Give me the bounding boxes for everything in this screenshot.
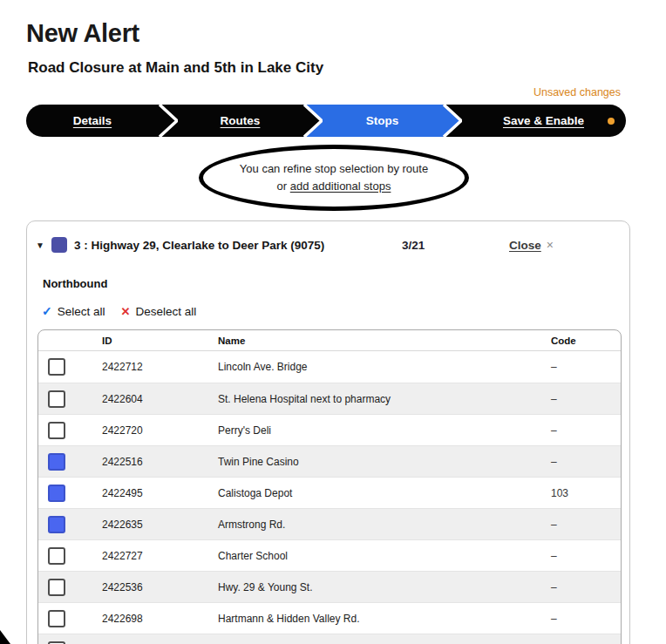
route-card: ▼ 3 : Highway 29, Clearlake to Deer Park… [26, 220, 630, 644]
checkbox-cell [38, 358, 102, 376]
page-title: New Alert [26, 19, 139, 48]
note-line1: You can refine stop selection by route [240, 160, 428, 178]
table-row: 2422727 Charter School – [38, 539, 621, 571]
checkbox-cell [38, 516, 102, 533]
stop-checkbox[interactable] [48, 610, 65, 627]
chevron-separator-icon [303, 105, 323, 137]
deselect-all-label: Deselect all [135, 305, 196, 318]
stop-id: 2422604 [102, 393, 218, 405]
route-card-header: ▼ 3 : Highway 29, Clearlake to Deer Park… [27, 232, 629, 258]
header-id: ID [102, 336, 218, 346]
stop-code: – [551, 456, 622, 468]
page-subtitle: Road Closure at Main and 5th in Lake Cit… [28, 59, 323, 77]
tab-stops[interactable]: Stops [322, 105, 443, 137]
select-all-button[interactable]: ✓ Select all [42, 304, 105, 318]
stop-name: Calistoga Depot [218, 487, 551, 499]
checkbox-cell [38, 610, 102, 627]
header-code: Code [551, 336, 622, 346]
stops-table: ID Name Code 2422712 Lincoln Ave. Bridge… [37, 329, 622, 644]
stops-table-body: 2422712 Lincoln Ave. Bridge – 2422604 St… [38, 351, 621, 644]
table-row: 2422495 Calistoga Depot 103 [38, 477, 621, 508]
stop-code: – [551, 424, 622, 437]
stop-id: 2422727 [102, 550, 218, 562]
note-line2-prefix: or [277, 180, 290, 193]
checkbox-cell [38, 547, 102, 565]
stop-id: 2422516 [102, 456, 218, 468]
stop-name: Twin Pine Casino [218, 456, 551, 468]
table-row: 2422720 Perry's Deli – [38, 414, 621, 445]
route-color-swatch [51, 237, 67, 253]
checkbox-cell [38, 390, 102, 408]
stepper: Details Routes Stops Save & Enable [26, 105, 626, 137]
stop-code: – [551, 393, 622, 405]
stop-id: 2422536 [102, 581, 218, 593]
stop-id: 2422712 [102, 361, 218, 373]
stop-id: 2422495 [102, 487, 218, 499]
cursor-arrow [0, 630, 10, 644]
route-title: 3 : Highway 29, Clearlake to Deer Park (… [74, 239, 324, 252]
stop-name: Charter School [218, 550, 551, 562]
table-row: 2422516 Twin Pine Casino – [38, 445, 621, 477]
table-header-row: ID Name Code [38, 330, 621, 351]
stop-checkbox[interactable] [48, 390, 65, 408]
stop-code: 103 [551, 487, 622, 499]
close-link[interactable]: Close [509, 239, 541, 252]
check-icon: ✓ [42, 304, 52, 318]
checkbox-cell [38, 641, 102, 644]
stop-checkbox[interactable] [48, 485, 65, 502]
checkbox-cell [38, 485, 102, 502]
route-counter: 3/21 [402, 239, 425, 252]
table-row: 2422698 Hartmann & Hidden Valley Rd. – [38, 602, 621, 634]
direction-label: Northbound [43, 277, 629, 290]
collapse-caret-icon[interactable]: ▼ [36, 241, 44, 250]
annotation-ellipse: You can refine stop selection by route o… [199, 145, 469, 211]
unsaved-changes-status: Unsaved changes [533, 86, 621, 98]
stop-code: – [551, 581, 622, 593]
table-row: 2422602 Mug Shots – [38, 634, 621, 644]
stop-id: 2422698 [102, 613, 218, 625]
close-x-icon[interactable]: × [547, 238, 554, 252]
stop-code: – [551, 613, 622, 625]
stop-checkbox[interactable] [48, 422, 65, 439]
header-name: Name [218, 336, 551, 346]
stop-name: St. Helena Hospital next to pharmacy [218, 393, 551, 405]
checkbox-cell [38, 422, 102, 439]
table-row: 2422604 St. Helena Hospital next to phar… [38, 383, 621, 414]
stop-checkbox[interactable] [48, 547, 65, 565]
notification-dot-icon [608, 118, 615, 125]
stop-code: – [551, 361, 622, 373]
deselect-all-button[interactable]: ✕ Deselect all [121, 305, 197, 318]
stop-checkbox[interactable] [48, 579, 65, 596]
chevron-separator-icon [443, 105, 462, 137]
chevron-separator-icon [159, 105, 178, 137]
checkbox-cell [38, 579, 102, 596]
add-additional-stops-link[interactable]: add additional stops [290, 180, 391, 193]
note-line2: or add additional stops [277, 178, 391, 195]
checkbox-cell [38, 453, 102, 471]
stop-checkbox[interactable] [48, 641, 65, 644]
select-all-label: Select all [58, 305, 105, 318]
selection-controls: ✓ Select all ✕ Deselect all [42, 304, 629, 318]
table-row: 2422635 Armstrong Rd. – [38, 508, 621, 539]
stop-name: Perry's Deli [218, 424, 551, 437]
stop-name: Lincoln Ave. Bridge [218, 361, 551, 373]
tab-routes[interactable]: Routes [177, 105, 303, 137]
stop-id: 2422635 [102, 519, 218, 531]
table-row: 2422712 Lincoln Ave. Bridge – [38, 351, 621, 383]
stop-name: Armstrong Rd. [218, 519, 551, 531]
table-row: 2422536 Hwy. 29 & Young St. – [38, 571, 621, 602]
stop-checkbox[interactable] [48, 453, 65, 471]
stop-checkbox[interactable] [48, 516, 65, 533]
stop-id: 2422720 [102, 424, 218, 437]
tab-save-enable[interactable]: Save & Enable [461, 105, 626, 137]
tab-details[interactable]: Details [26, 105, 159, 137]
stop-checkbox[interactable] [48, 358, 65, 376]
stop-name: Hartmann & Hidden Valley Rd. [218, 613, 551, 625]
stop-name: Hwy. 29 & Young St. [218, 581, 551, 593]
stop-code: – [551, 550, 622, 562]
stop-code: – [551, 519, 622, 531]
x-icon: ✕ [121, 305, 131, 318]
